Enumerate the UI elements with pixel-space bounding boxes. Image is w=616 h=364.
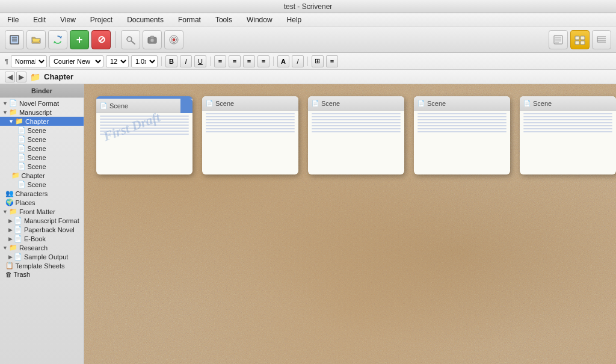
card-label-5: Scene — [533, 100, 552, 107]
sidebar-content: ▼ 📄 Novel Format ▼ 📁 Manuscript ▼ 📁 Chap… — [0, 97, 84, 364]
breadcrumb-bar: ◀ ▶ 📁 Chapter — [0, 70, 616, 84]
card-body-5 — [520, 111, 616, 174]
binder-button[interactable] — [5, 30, 24, 49]
list-button[interactable]: ≡ — [326, 55, 338, 67]
svg-point-9 — [150, 39, 154, 42]
sidebar-item-scene-2[interactable]: 📄 Scene — [0, 135, 84, 144]
snapshot-button[interactable] — [143, 30, 162, 49]
breadcrumb-title: Chapter — [44, 72, 73, 81]
sync-button[interactable] — [48, 30, 67, 49]
sidebar-item-ebook[interactable]: ▶ 📄 E-Book — [0, 234, 84, 243]
breadcrumb-back[interactable]: ◀ — [5, 72, 15, 82]
align-center-button[interactable]: ≡ — [229, 55, 241, 67]
corkboard-button[interactable] — [570, 30, 590, 49]
menu-project[interactable]: Project — [88, 14, 115, 25]
sidebar-item-scene-6[interactable]: 📄 Scene — [0, 180, 84, 189]
open-folder-button[interactable] — [26, 30, 46, 49]
main-content: Binder ▼ 📄 Novel Format ▼ 📁 Manuscript ▼… — [0, 84, 616, 364]
sidebar-item-scene-4[interactable]: 📄 Scene — [0, 153, 84, 162]
index-card-3[interactable]: 📄 Scene — [308, 96, 404, 174]
card-tab-1 — [180, 99, 192, 113]
breadcrumb-forward[interactable]: ▶ — [16, 72, 26, 82]
sidebar-item-chapter[interactable]: ▼ 📁 Chapter — [0, 117, 84, 126]
menu-file[interactable]: File — [5, 14, 21, 25]
sidebar-item-research[interactable]: ▼ 📁 Research — [0, 243, 84, 252]
sidebar-item-scene-5[interactable]: 📄 Scene — [0, 162, 84, 171]
card-icon-4: 📄 — [417, 100, 425, 106]
card-header-1: 📄 Scene — [96, 99, 192, 113]
menu-window[interactable]: Window — [244, 14, 275, 25]
menu-help[interactable]: Help — [285, 14, 304, 25]
title-bar: test - Scrivener — [0, 0, 616, 13]
menu-tools[interactable]: Tools — [213, 14, 235, 25]
text-color-button[interactable]: A — [277, 55, 289, 67]
sidebar: Binder ▼ 📄 Novel Format ▼ 📁 Manuscript ▼… — [0, 84, 84, 364]
table-button[interactable]: ⊞ — [312, 55, 324, 67]
svg-rect-20 — [581, 36, 585, 40]
outline-button[interactable] — [592, 30, 611, 49]
font-selector[interactable]: Courier New — [49, 55, 103, 67]
style-selector[interactable]: Normal — [11, 55, 47, 67]
sidebar-item-scene-3[interactable]: 📄 Scene — [0, 144, 84, 153]
card-header-3: 📄 Scene — [308, 96, 404, 111]
card-body-1: First Draft — [96, 113, 192, 174]
card-label-4: Scene — [427, 100, 446, 107]
sidebar-item-chapter-2[interactable]: 📁 Chapter — [0, 171, 84, 180]
sidebar-item-front-matter[interactable]: ▼ 📁 Front Matter — [0, 207, 84, 216]
index-card-4[interactable]: 📄 Scene — [414, 96, 510, 174]
svg-rect-21 — [575, 41, 579, 45]
sidebar-item-characters[interactable]: 👥 Characters — [0, 189, 84, 198]
menu-edit[interactable]: Edit — [31, 14, 48, 25]
align-left-button[interactable]: ≡ — [214, 55, 226, 67]
sidebar-item-sample-output[interactable]: ▶ 📄 Sample Output — [0, 252, 84, 261]
remove-button[interactable]: ⊘ — [91, 30, 111, 49]
format-sep-1 — [161, 57, 162, 66]
menu-view[interactable]: View — [58, 14, 78, 25]
card-icon-5: 📄 — [523, 100, 531, 106]
align-justify-button[interactable]: ≡ — [257, 55, 270, 67]
highlight-button[interactable]: / — [292, 55, 304, 67]
card-body-3 — [308, 111, 404, 174]
sidebar-item-scene-1[interactable]: 📄 Scene — [0, 126, 84, 135]
menu-format[interactable]: Format — [176, 14, 203, 25]
menu-bar: File Edit View Project Documents Format … — [0, 13, 616, 26]
svg-rect-10 — [150, 36, 154, 38]
card-header-4: 📄 Scene — [414, 96, 510, 111]
sidebar-item-trash[interactable]: 🗑 Trash — [0, 270, 84, 279]
format-sep-3 — [273, 57, 274, 66]
sidebar-item-template-sheets[interactable]: 📋 Template Sheets — [0, 261, 84, 270]
spacing-selector[interactable]: 1.0x — [131, 55, 158, 67]
svg-line-7 — [131, 41, 135, 44]
format-indent-label: ¶ — [5, 58, 8, 65]
draft-watermark-1: First Draft — [102, 110, 162, 144]
bold-button[interactable]: B — [165, 55, 177, 67]
sidebar-item-paperback-novel[interactable]: ▶ 📄 Paperback Novel — [0, 225, 84, 234]
sidebar-item-places[interactable]: 🌍 Places — [0, 198, 84, 207]
index-card-5[interactable]: 📄 Scene — [520, 96, 616, 174]
card-icon-2: 📄 — [206, 100, 213, 106]
format-bar: ¶ Normal Courier New 12 1.0x B I U ≡ ≡ ≡… — [0, 53, 616, 70]
align-right-button[interactable]: ≡ — [243, 55, 255, 67]
sidebar-item-novel-format[interactable]: ▼ 📄 Novel Format — [0, 99, 84, 108]
card-icon-1: 📄 — [100, 102, 107, 109]
index-card-2[interactable]: 📄 Scene — [202, 96, 298, 174]
card-header-5: 📄 Scene — [520, 96, 616, 111]
sidebar-item-manuscript[interactable]: ▼ 📁 Manuscript — [0, 108, 84, 117]
index-card-1[interactable]: 📄 Scene First Draft — [96, 96, 192, 174]
italic-button[interactable]: I — [180, 55, 192, 67]
target-button[interactable] — [164, 30, 183, 49]
toolbar-sep-1 — [116, 31, 116, 48]
sidebar-item-manuscript-format[interactable]: ▶ 📄 Manuscript Format — [0, 216, 84, 225]
card-body-2 — [202, 111, 298, 174]
app-title: test - Scrivener — [284, 2, 333, 11]
key-button[interactable] — [121, 30, 140, 49]
size-selector[interactable]: 12 — [106, 55, 129, 67]
menu-documents[interactable]: Documents — [125, 14, 166, 25]
scrivenings-button[interactable] — [549, 30, 568, 49]
underline-button[interactable]: U — [194, 55, 206, 67]
add-button[interactable]: + — [70, 30, 89, 49]
cards-row: 📄 Scene First Draft 📄 — [96, 96, 604, 174]
corkboard: 📄 Scene First Draft 📄 — [84, 84, 616, 364]
svg-rect-19 — [575, 36, 579, 40]
svg-rect-0 — [10, 35, 19, 44]
